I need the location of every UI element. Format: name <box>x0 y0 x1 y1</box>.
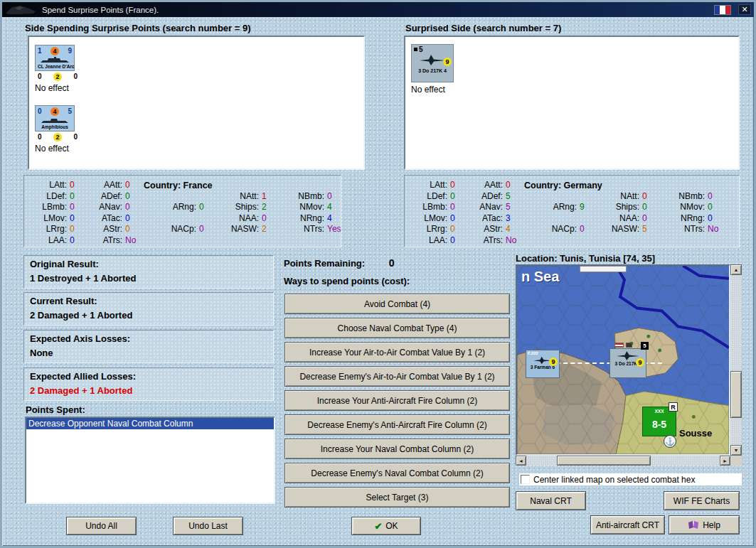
map-widget: n Sea F.222 9 3 Farman 6 5 9 3 Do 217K <box>516 264 742 466</box>
range-circle: 9 <box>443 58 452 66</box>
points-spent-label: Points Spent: <box>26 404 85 415</box>
stat-latt: LAtt:0 <box>30 180 85 191</box>
stat-ntrs: NTrs:No <box>658 224 723 235</box>
choose-naval-combat-type-button[interactable]: Choose Naval Combat Type (4) <box>284 318 510 338</box>
map-unit-ground[interactable]: R XXX 8-5 <box>642 407 676 436</box>
stat-laa: LAA:0 <box>410 235 466 247</box>
help-label: Help <box>703 520 720 530</box>
stat-atrs: ATrs:No <box>85 235 141 247</box>
horizontal-scroll-thumb[interactable] <box>557 456 651 466</box>
wif-fe-charts-button[interactable]: WIF FE Charts <box>664 491 740 510</box>
undo-all-button[interactable]: Undo All <box>66 517 137 535</box>
allied-losses-label: Expected Allied Losses: <box>30 371 267 382</box>
help-button[interactable]: Help <box>669 515 740 534</box>
increase-naval-column-button[interactable]: Increase Your Naval Combat Column (2) <box>284 439 510 459</box>
ways-button-column: Avoid Combat (4) Choose Naval Combat Typ… <box>284 294 510 507</box>
undo-last-button[interactable]: Undo Last <box>173 517 243 535</box>
current-result-panel: Current Result: 2 Damaged + 1 Aborted <box>23 292 274 326</box>
ship-counter: 1 4 9 CL Jeanne D'Arc <box>35 45 75 71</box>
sea-name-label: n Sea <box>521 269 559 285</box>
range-circle: 9 <box>636 358 644 367</box>
stat-anav: ANav:5 <box>466 202 521 213</box>
port-anchor-icon: ⚓ <box>664 435 676 448</box>
vertical-scroll-thumb[interactable] <box>730 371 742 418</box>
stat-nrng: NRng:0 <box>658 213 723 225</box>
points-remaining-value: 0 <box>389 257 395 269</box>
decrease-enemy-air-combat-button[interactable]: Decrease Enemy's Air-to-Air Combat Value… <box>284 366 510 387</box>
unit-name: Amphibious <box>38 124 72 129</box>
stat-nacp: NACp:0 <box>521 224 595 235</box>
spend-surprise-points-window: Spend Surprise Points (France). ✕ Side S… <box>0 0 756 548</box>
spender-panel-title: Side Spending Surprise Points (search nu… <box>25 23 251 33</box>
axis-losses-panel: Expected Axis Losses: None <box>23 330 274 363</box>
increase-air-combat-button[interactable]: Increase Your Air-to-Air Combat Value By… <box>284 342 510 362</box>
scroll-up-icon[interactable]: ▲ <box>730 264 742 275</box>
scroll-down-icon[interactable]: ▼ <box>730 445 742 456</box>
unit-amphibious[interactable]: 0 4 5 Amphibious 0 2 0 No effect <box>35 105 78 154</box>
circled-value: 2 <box>53 72 62 81</box>
original-result-value: 1 Destroyed + 1 Aborted <box>30 273 267 284</box>
increase-aa-fire-button[interactable]: Increase Your Anti-Aircraft Fire Column … <box>284 390 510 411</box>
circled-value: 4 <box>50 107 59 116</box>
ok-button[interactable]: ✔ OK <box>351 517 421 535</box>
effect-text: No effect <box>35 83 78 93</box>
scroll-left-icon[interactable]: ◄ <box>516 456 526 466</box>
ship-silhouette-icon <box>39 117 70 124</box>
country-label: Country: Germany <box>521 180 723 191</box>
map-horizontal-scrollbar[interactable]: ◄ ► <box>516 456 730 466</box>
stat-nacp: NACp:0 <box>141 224 215 235</box>
stats-panel-france: Country: France LAtt:0LDef:0LBmb:0LMov:0… <box>23 175 341 247</box>
naval-crt-button[interactable]: Naval CRT <box>516 491 586 510</box>
map-view[interactable]: n Sea F.222 9 3 Farman 6 5 9 3 Do 217K <box>516 264 730 456</box>
town-label-sousse: Sousse <box>679 428 712 439</box>
stat-ships: Ships:2 <box>215 202 277 213</box>
stats-panel-germany: Country: Germany LAtt:0LDef:0LBmb:0LMov:… <box>404 175 740 247</box>
surprised-panel-title: Surprised Side (search number = 7) <box>405 23 561 33</box>
decrease-enemy-naval-column-button[interactable]: Decrease Enemy's Naval Combat Column (2) <box>284 463 510 483</box>
unit-strength: 8-5 <box>652 419 666 430</box>
range-circle: 9 <box>549 358 558 366</box>
allied-losses-panel: Expected Allied Losses: 2 Damaged + 1 Ab… <box>23 367 274 401</box>
map-unit-farman[interactable]: F.222 9 3 Farman 6 <box>526 350 560 378</box>
stat-atac: ATac:3 <box>466 213 521 225</box>
stat-nbmb: NBmb:0 <box>658 191 723 203</box>
axis-losses-label: Expected Axis Losses: <box>30 333 267 344</box>
map-unit-do217[interactable]: 5 9 3 Do 217K 4 <box>609 348 646 378</box>
unit-cl-jeanne-darc[interactable]: 1 4 9 CL Jeanne D'Arc 0 2 0 No effect <box>35 45 78 93</box>
close-icon[interactable]: ✕ <box>738 4 751 15</box>
stat-natt: NAtt:0 <box>595 191 658 203</box>
stat-nmov: NMov:0 <box>658 202 723 213</box>
scroll-right-icon[interactable]: ► <box>720 456 730 466</box>
location-label: Location: Tunis, Tunisia [74, 35] <box>516 253 655 264</box>
circled-value: 2 <box>53 133 62 141</box>
stat-ldef: LDef:0 <box>410 191 466 203</box>
points-spent-listbox[interactable]: Decrease Opponent Naval Combat Column <box>25 417 275 504</box>
decrease-enemy-aa-fire-button[interactable]: Decrease Enemy's Anti-Aircraft Fire Colu… <box>284 414 510 435</box>
surprised-units-box: 5 9 3 Do 217K 4 No effect <box>404 36 740 170</box>
list-item[interactable]: Decrease Opponent Naval Combat Column <box>26 418 274 429</box>
map-vertical-scrollbar[interactable]: ▲ ▼ <box>730 264 742 456</box>
stat-naa: NAA:0 <box>215 213 277 225</box>
stat-lbmb: LBmb:0 <box>30 202 85 213</box>
stat-nrng: NRng:4 <box>277 213 343 225</box>
center-map-checkbox-row: Center linked map on selected combat hex <box>519 473 742 485</box>
stat-nasw: NASW:2 <box>215 224 277 235</box>
stat-lbmb: LBmb:0 <box>410 202 466 213</box>
unit-name: 3 Do 217K 4 <box>414 68 451 73</box>
center-map-checkbox-label: Center linked map on selected combat hex <box>533 475 695 485</box>
german-flag-icon <box>614 343 624 348</box>
stat-nbmb: NBmb:0 <box>277 191 343 203</box>
anti-aircraft-crt-button[interactable]: Anti-aircraft CRT <box>590 515 665 534</box>
black-cube-icon <box>414 48 417 51</box>
france-flag-icon <box>714 5 731 15</box>
select-target-button[interactable]: Select Target (3) <box>284 487 510 507</box>
current-result-value: 2 Damaged + 1 Aborted <box>30 310 267 321</box>
stat-lrrg: LRrg:0 <box>30 224 85 235</box>
effect-text: No effect <box>411 85 454 95</box>
avoid-combat-button[interactable]: Avoid Combat (4) <box>284 294 510 314</box>
original-result-panel: Original Result: 1 Destroyed + 1 Aborted <box>23 255 274 289</box>
center-map-checkbox[interactable] <box>521 475 530 484</box>
echelon-marker: XXX <box>654 408 664 414</box>
stack-count-badge: 5 <box>641 342 649 350</box>
unit-do-217k[interactable]: 5 9 3 Do 217K 4 No effect <box>411 44 454 95</box>
